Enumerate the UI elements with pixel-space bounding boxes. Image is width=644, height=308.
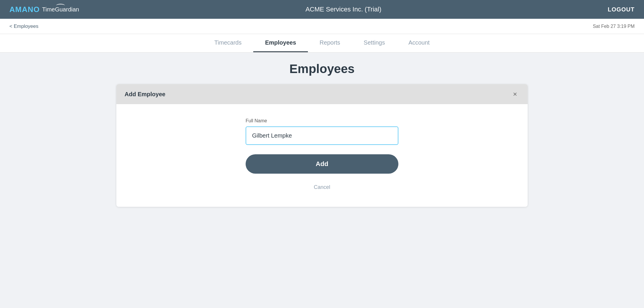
add-employee-card: Add Employee × Full Name Add Cancel xyxy=(116,84,528,207)
card-body: Full Name Add Cancel xyxy=(116,104,528,207)
tab-employees[interactable]: Employees xyxy=(253,34,308,52)
full-name-label: Full Name xyxy=(246,118,398,123)
tab-account[interactable]: Account xyxy=(397,34,441,52)
breadcrumb-bar: < Employees Sat Feb 27 3:19 PM xyxy=(0,19,644,34)
full-name-group: Full Name xyxy=(246,118,398,145)
app-header: AMANO TimeGuardian ACME Services Inc. (T… xyxy=(0,0,644,19)
company-title: ACME Services Inc. (Trial) xyxy=(306,6,381,13)
close-button[interactable]: × xyxy=(511,89,519,99)
card-header: Add Employee × xyxy=(116,84,528,104)
logout-button[interactable]: LOGOUT xyxy=(608,6,635,13)
cancel-button[interactable]: Cancel xyxy=(307,182,337,193)
add-button[interactable]: Add xyxy=(246,154,398,174)
nav-tabs: Timecards Employees Reports Settings Acc… xyxy=(0,34,644,53)
datetime-display: Sat Feb 27 3:19 PM xyxy=(593,24,635,29)
card-header-title: Add Employee xyxy=(125,91,165,98)
page-content: Employees Add Employee × Full Name Add C… xyxy=(87,53,557,216)
tab-reports[interactable]: Reports xyxy=(308,34,352,52)
tab-timecards[interactable]: Timecards xyxy=(203,34,254,52)
page-title: Employees xyxy=(96,62,548,76)
full-name-input[interactable] xyxy=(246,126,398,145)
logo: AMANO TimeGuardian xyxy=(9,5,79,14)
logo-timeguardian: TimeGuardian xyxy=(42,6,79,13)
logo-amano: AMANO xyxy=(9,5,40,14)
nav-tabs-list: Timecards Employees Reports Settings Acc… xyxy=(203,34,442,52)
breadcrumb-back[interactable]: < Employees xyxy=(9,23,38,29)
tab-settings[interactable]: Settings xyxy=(352,34,397,52)
